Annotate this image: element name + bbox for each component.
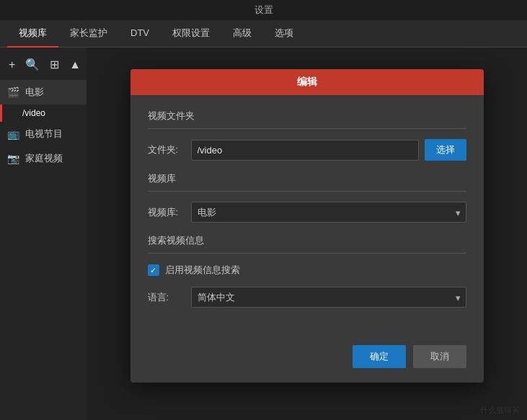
add-button[interactable]: + [6, 57, 18, 73]
language-label: 语言: [148, 291, 191, 304]
tab-permissions[interactable]: 权限设置 [161, 20, 221, 48]
library-row: 视频库: 电影 电视节目 家庭视频 [148, 202, 466, 223]
folder-row: 文件夹: 选择 [148, 139, 466, 161]
select-folder-button[interactable]: 选择 [425, 139, 466, 161]
movie-icon: 🎬 [7, 86, 19, 98]
tab-library[interactable]: 视频库 [7, 20, 58, 48]
dialog-footer: 确定 取消 [130, 334, 484, 383]
folder-label: 文件夹: [148, 143, 191, 156]
library-select-wrapper: 电影 电视节目 家庭视频 [191, 202, 466, 223]
tab-advanced[interactable]: 高级 [221, 20, 263, 48]
home-video-icon: 📷 [7, 153, 19, 164]
language-select[interactable]: 简体中文 English 繁体中文 [191, 287, 466, 308]
language-row: 语言: 简体中文 English 繁体中文 [148, 287, 466, 308]
language-select-wrapper: 简体中文 English 繁体中文 [191, 287, 466, 308]
tab-parental[interactable]: 家长监护 [58, 20, 119, 48]
library-label: 视频库: [148, 206, 191, 219]
search-button[interactable]: 🔍 [22, 56, 43, 73]
section-library-title: 视频库 [148, 172, 466, 192]
edit-dialog: 编辑 视频文件夹 文件夹: 选择 视频库 视频库: [130, 69, 484, 383]
sidebar-toolbar: + 🔍 ⊞ ▲ [0, 53, 87, 76]
section-folder-title: 视频文件夹 [148, 110, 466, 129]
sidebar-item-tv-label: 电视节目 [25, 128, 63, 140]
top-bar: 设置 [0, 0, 527, 20]
view-button[interactable]: ⊞ [47, 56, 62, 73]
sidebar-item-movies-label: 电影 [25, 86, 44, 99]
checkbox-label: 启用视频信息搜索 [165, 264, 240, 277]
sidebar-item-tv[interactable]: 📺 电视节目 [0, 122, 87, 146]
tab-dtv[interactable]: DTV [119, 20, 161, 48]
dialog-title: 编辑 [297, 76, 317, 89]
dialog-header: 编辑 [130, 69, 484, 95]
tab-bar: 视频库 家长监护 DTV 权限设置 高级 选项 [0, 20, 527, 48]
up-button[interactable]: ▲ [66, 57, 84, 73]
enable-search-checkbox[interactable] [148, 264, 159, 276]
tv-icon: 📺 [7, 128, 19, 140]
dialog-body: 视频文件夹 文件夹: 选择 视频库 视频库: 电影 电视节目 [130, 95, 484, 334]
confirm-button[interactable]: 确定 [353, 345, 406, 368]
sidebar-item-home-video-label: 家庭视频 [25, 152, 63, 165]
modal-overlay: 编辑 视频文件夹 文件夹: 选择 视频库 视频库: [87, 48, 527, 420]
section-search-title: 搜索视频信息 [148, 234, 466, 254]
sidebar-item-home-video[interactable]: 📷 家庭视频 [0, 146, 87, 171]
sidebar-subitem-video[interactable]: /video [0, 104, 87, 122]
folder-input[interactable] [191, 140, 419, 161]
sidebar-item-movies[interactable]: 🎬 电影 [0, 80, 87, 104]
library-select[interactable]: 电影 电视节目 家庭视频 [191, 202, 466, 223]
main-area: + 🔍 ⊞ ▲ 🎬 电影 /video 📺 电视节目 📷 家庭视频 编辑 [0, 48, 527, 420]
content-area: 编辑 视频文件夹 文件夹: 选择 视频库 视频库: [87, 48, 527, 420]
sidebar: + 🔍 ⊞ ▲ 🎬 电影 /video 📺 电视节目 📷 家庭视频 [0, 48, 87, 420]
tab-options[interactable]: 选项 [263, 20, 305, 48]
checkbox-row: 启用视频信息搜索 [148, 264, 466, 277]
cancel-button[interactable]: 取消 [413, 345, 466, 368]
window-title: 设置 [254, 4, 273, 17]
